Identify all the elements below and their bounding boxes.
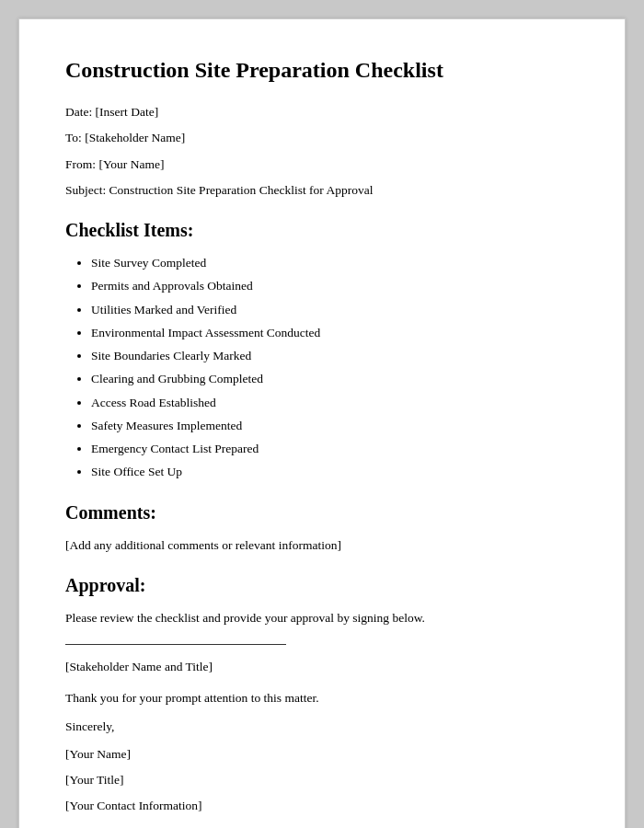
comments-placeholder: [Add any additional comments or relevant… [65, 536, 579, 555]
list-item: Clearing and Grubbing Completed [91, 370, 579, 388]
thank-you-text: Thank you for your prompt attention to t… [65, 689, 579, 707]
list-item: Site Survey Completed [91, 254, 579, 272]
list-item: Site Office Set Up [91, 463, 579, 481]
sincerely-text: Sincerely, [65, 718, 579, 736]
stakeholder-label: [Stakeholder Name and Title] [65, 658, 579, 676]
list-item: Utilities Marked and Verified [91, 301, 579, 319]
your-name-text: [Your Name] [65, 745, 579, 764]
list-item: Environmental Impact Assessment Conducte… [91, 324, 579, 342]
your-title-text: [Your Title] [65, 771, 579, 789]
document-container: Construction Site Preparation Checklist … [18, 18, 626, 828]
list-item: Access Road Established [91, 394, 579, 412]
list-item: Site Boundaries Clearly Marked [91, 347, 579, 365]
subject-line: Subject: Construction Site Preparation C… [65, 181, 579, 200]
to-line: To: [Stakeholder Name] [65, 129, 579, 147]
signature-line [65, 644, 286, 645]
list-item: Emergency Contact List Prepared [91, 440, 579, 458]
approval-heading: Approval: [65, 575, 579, 596]
list-item: Permits and Approvals Obtained [91, 277, 579, 295]
approval-text: Please review the checklist and provide … [65, 609, 579, 627]
your-contact-text: [Your Contact Information] [65, 797, 579, 815]
date-line: Date: [Insert Date] [65, 103, 579, 121]
checklist-heading: Checklist Items: [65, 220, 579, 241]
list-item: Safety Measures Implemented [91, 417, 579, 435]
document-title: Construction Site Preparation Checklist [65, 56, 579, 85]
checklist-list: Site Survey Completed Permits and Approv… [91, 254, 579, 482]
from-line: From: [Your Name] [65, 155, 579, 174]
comments-heading: Comments: [65, 502, 579, 523]
